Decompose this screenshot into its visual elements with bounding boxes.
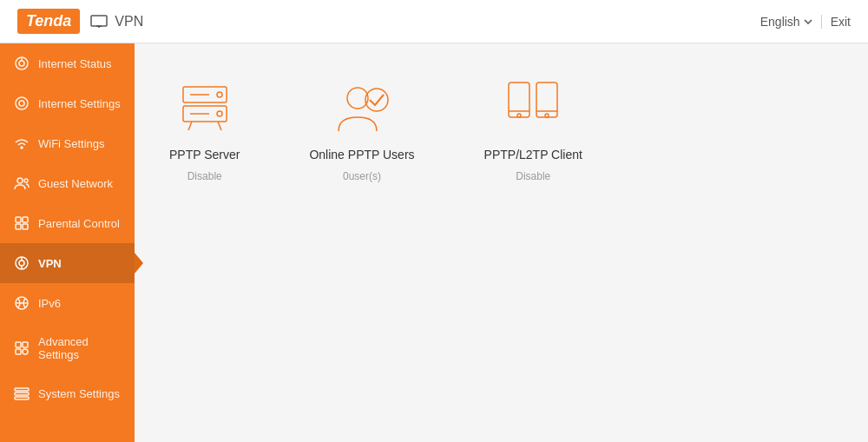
svg-rect-27 (15, 397, 29, 399)
svg-rect-0 (91, 16, 107, 26)
online-pptp-users-title: Online PPTP Users (309, 148, 414, 162)
sidebar-label-system-settings: System Settings (38, 387, 120, 400)
advanced-settings-icon (14, 340, 30, 356)
monitor-icon (90, 15, 108, 29)
parental-control-icon (14, 215, 30, 231)
svg-point-16 (19, 261, 24, 266)
exit-button[interactable]: Exit (831, 15, 851, 29)
ipv6-icon (14, 295, 30, 311)
pptp-server-title: PPTP Server (169, 148, 240, 162)
sidebar-label-internet-settings: Internet Settings (38, 97, 121, 110)
svg-point-7 (19, 101, 24, 106)
tenda-logo: Tenda (17, 9, 80, 34)
sidebar-label-internet-status: Internet Status (38, 57, 112, 70)
sidebar-label-vpn: VPN (38, 257, 62, 270)
svg-point-6 (16, 97, 28, 109)
svg-rect-11 (16, 217, 21, 222)
online-pptp-users-status: 0user(s) (343, 170, 381, 182)
online-pptp-users-card[interactable]: Online PPTP Users 0user(s) (309, 78, 414, 182)
svg-point-24 (23, 349, 28, 354)
vpn-content: PPTP Server Disable Online PPTP Users 0u… (135, 43, 868, 442)
svg-point-4 (19, 61, 24, 66)
svg-rect-26 (15, 393, 29, 395)
user-check-icon (332, 81, 392, 137)
svg-rect-23 (16, 349, 21, 354)
pptp-server-icon (174, 78, 235, 139)
sidebar-label-ipv6: IPv6 (38, 297, 61, 310)
pptp-l2tp-client-card[interactable]: PPTP/L2TP Client Disable (484, 78, 582, 182)
pptp-l2tp-client-status: Disable (516, 170, 550, 182)
svg-point-32 (217, 111, 222, 116)
pptp-l2tp-client-icon (503, 78, 563, 139)
sidebar-label-wifi-settings: WiFi Settings (38, 137, 105, 150)
svg-rect-22 (23, 342, 28, 347)
internet-settings-icon (14, 96, 30, 111)
svg-rect-13 (16, 224, 21, 229)
page-title: VPN (115, 14, 143, 30)
online-pptp-users-icon (332, 78, 392, 139)
svg-line-34 (188, 122, 192, 130)
pptp-server-card[interactable]: PPTP Server Disable (169, 78, 240, 182)
sidebar-item-parental-control[interactable]: Parental Control (0, 203, 135, 243)
server-icon (174, 82, 235, 135)
page-title-area: VPN (90, 14, 143, 30)
svg-point-10 (24, 179, 28, 182)
chevron-down-icon (804, 19, 812, 24)
svg-point-43 (545, 114, 549, 117)
internet-status-icon (14, 56, 30, 71)
svg-point-9 (17, 178, 23, 183)
sidebar-item-guest-network[interactable]: Guest Network (0, 163, 135, 203)
vpn-icon (14, 255, 30, 271)
svg-rect-14 (23, 224, 28, 229)
svg-point-8 (21, 147, 23, 148)
header-left: Tenda VPN (17, 9, 143, 34)
sidebar-item-system-settings[interactable]: System Settings (0, 373, 135, 413)
wifi-settings-icon (14, 135, 30, 151)
svg-line-35 (218, 122, 221, 130)
guest-network-icon (14, 175, 30, 191)
svg-point-40 (517, 114, 521, 117)
system-settings-icon (14, 386, 30, 401)
sidebar-label-advanced-settings: Advanced Settings (38, 335, 121, 361)
sidebar-item-advanced-settings[interactable]: Advanced Settings (0, 323, 135, 373)
pptp-l2tp-client-title: PPTP/L2TP Client (484, 148, 582, 162)
svg-rect-12 (23, 217, 28, 222)
sidebar-label-guest-network: Guest Network (38, 177, 113, 190)
sidebar: Internet Status Internet Settings WiFi S… (0, 43, 135, 442)
sidebar-item-vpn[interactable]: VPN (0, 243, 135, 283)
pptp-server-status: Disable (187, 170, 222, 182)
svg-rect-41 (536, 82, 557, 117)
sidebar-item-wifi-settings[interactable]: WiFi Settings (0, 123, 135, 163)
header: Tenda VPN English Exit (0, 0, 868, 43)
main-layout: Internet Status Internet Settings WiFi S… (0, 43, 868, 442)
sidebar-label-parental-control: Parental Control (38, 217, 120, 230)
sidebar-item-internet-status[interactable]: Internet Status (0, 43, 135, 83)
svg-point-37 (365, 89, 388, 111)
svg-point-29 (217, 92, 222, 97)
svg-rect-38 (509, 82, 529, 117)
header-right: English Exit (760, 15, 851, 29)
tablet-icon (507, 78, 559, 139)
language-label: English (760, 15, 800, 29)
sidebar-item-ipv6[interactable]: IPv6 (0, 283, 135, 323)
sidebar-item-internet-settings[interactable]: Internet Settings (0, 83, 135, 123)
svg-rect-25 (15, 388, 29, 391)
language-selector[interactable]: English (760, 15, 812, 29)
header-divider (821, 15, 822, 29)
svg-rect-21 (16, 342, 21, 347)
